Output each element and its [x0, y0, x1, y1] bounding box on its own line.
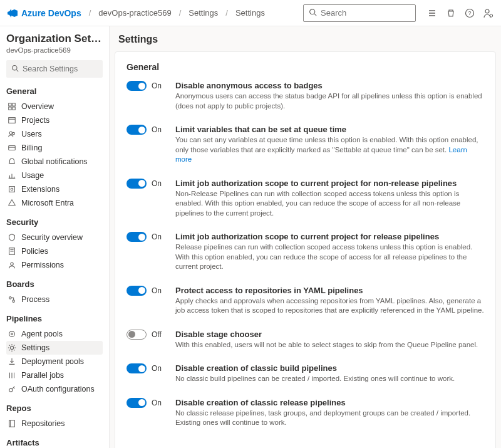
toggle-state-label: Off — [152, 330, 162, 339]
svg-line-7 — [16, 70, 18, 71]
policies-icon — [8, 247, 16, 256]
toggle-switch[interactable] — [127, 330, 147, 340]
breadcrumb-sep: / — [223, 8, 230, 18]
setting-description: You can set any variables at queue time … — [175, 135, 484, 165]
projects-icon — [8, 116, 16, 125]
svg-point-23 — [11, 263, 13, 265]
parallel-icon — [8, 371, 16, 380]
help-icon[interactable]: ? — [465, 8, 475, 18]
sidebar-heading: Repos — [6, 404, 103, 413]
setting-row: OnDisable creation of classic release pi… — [127, 398, 484, 428]
toggle-switch[interactable] — [127, 232, 147, 242]
svg-point-15 — [13, 132, 15, 135]
toggle-state-label: On — [152, 179, 162, 188]
sidebar-heading: Security — [6, 217, 103, 227]
sidebar-item-label: Agent pools — [21, 330, 63, 338]
setting-row: OnProtect access to repositories in YAML… — [127, 286, 484, 316]
billing-icon — [8, 143, 16, 152]
svg-point-26 — [9, 331, 15, 337]
sidebar-item-users[interactable]: Users — [6, 127, 103, 141]
toggle-state-label: On — [152, 125, 162, 134]
gear-icon — [8, 343, 16, 352]
sidebar-item-security-overview[interactable]: Security overview — [6, 231, 103, 244]
settings-search[interactable] — [6, 60, 103, 78]
toggle-switch[interactable] — [127, 125, 147, 135]
svg-line-1 — [314, 13, 316, 15]
sidebar-item-projects[interactable]: Projects — [6, 113, 103, 127]
toggle-switch[interactable] — [127, 363, 147, 373]
sidebar-item-microsoft-entra[interactable]: Microsoft Entra — [6, 196, 103, 210]
deployment-icon — [8, 357, 16, 366]
entra-icon — [8, 199, 16, 207]
main-content: Settings GeneralOnDisable anonymous acce… — [110, 26, 501, 448]
users-icon — [8, 130, 16, 138]
sidebar-item-label: Microsoft Entra — [21, 199, 74, 207]
svg-text:?: ? — [468, 10, 471, 16]
sidebar-item-overview[interactable]: Overview — [6, 100, 103, 113]
svg-point-19 — [11, 188, 13, 190]
setting-description: Release pipelines can run with collectio… — [175, 242, 484, 272]
toggle-switch[interactable] — [127, 179, 147, 189]
sidebar-item-permissions[interactable]: Permissions — [6, 258, 103, 272]
breadcrumb-area[interactable]: Settings — [189, 8, 218, 18]
setting-title: Limit variables that can be set at queue… — [175, 125, 484, 134]
sidebar-heading: Pipelines — [6, 314, 103, 323]
setting-row: OnDisable anonymous access to badgesAnon… — [127, 81, 484, 111]
setting-row: OnLimit variables that can be set at que… — [127, 125, 484, 165]
svg-point-5 — [490, 14, 492, 16]
sidebar: Organization Settin… devOps-practice569 … — [0, 26, 110, 448]
sidebar-item-usage[interactable]: Usage — [6, 169, 103, 182]
user-settings-icon[interactable] — [483, 8, 493, 18]
extensions-icon — [8, 185, 16, 194]
svg-rect-12 — [9, 118, 16, 123]
svg-point-28 — [10, 346, 13, 349]
svg-point-0 — [310, 9, 315, 14]
svg-rect-18 — [9, 187, 15, 192]
toggle-switch[interactable] — [127, 398, 147, 408]
sidebar-item-global-notifications[interactable]: Global notifications — [6, 155, 103, 169]
sidebar-item-settings[interactable]: Settings — [6, 341, 103, 355]
sidebar-item-label: Security overview — [21, 233, 83, 242]
sidebar-item-label: Repositories — [21, 419, 65, 428]
settings-search-input[interactable] — [23, 65, 98, 73]
setting-row: OffDisable stage chooserWith this enable… — [127, 330, 484, 350]
sidebar-item-extensions[interactable]: Extensions — [6, 182, 103, 196]
sidebar-item-label: Settings — [21, 343, 49, 352]
sidebar-item-oauth-configurations[interactable]: OAuth configurations — [6, 382, 103, 396]
org-settings-title: Organization Settin… — [6, 33, 103, 45]
sidebar-item-deployment-pools[interactable]: Deployment pools — [6, 355, 103, 368]
sidebar-item-policies[interactable]: Policies — [6, 244, 103, 258]
toggle-switch[interactable] — [127, 286, 147, 296]
sidebar-item-label: Policies — [21, 247, 48, 256]
toggle-state-label: On — [152, 81, 162, 90]
list-icon[interactable] — [427, 8, 437, 18]
svg-rect-9 — [13, 103, 15, 106]
sidebar-item-parallel-jobs[interactable]: Parallel jobs — [6, 368, 103, 382]
sidebar-item-agent-pools[interactable]: Agent pools — [6, 327, 103, 341]
sidebar-item-label: Users — [21, 130, 42, 138]
svg-rect-16 — [9, 146, 16, 150]
search-icon — [309, 8, 317, 18]
toggle-switch[interactable] — [127, 81, 147, 91]
top-icon-row: ? — [427, 8, 493, 18]
sidebar-item-process[interactable]: Process — [6, 293, 103, 306]
breadcrumb-org[interactable]: devOps-practice569 — [98, 8, 171, 18]
top-bar: Azure DevOps / devOps-practice569 / Sett… — [0, 0, 501, 26]
sidebar-item-repositories[interactable]: Repositories — [6, 417, 103, 430]
global-search[interactable] — [303, 4, 416, 22]
global-search-input[interactable] — [321, 8, 410, 18]
sidebar-heading: Artifacts — [6, 438, 103, 447]
setting-description: Anonymous users can access the status ba… — [175, 91, 484, 111]
learn-more-link[interactable]: Learn more — [175, 146, 467, 164]
svg-rect-11 — [13, 107, 15, 110]
breadcrumb-page[interactable]: Settings — [235, 8, 265, 18]
setting-description: No classic build pipelines can be create… — [175, 374, 484, 384]
sidebar-item-billing[interactable]: Billing — [6, 141, 103, 155]
toggle-state-label: On — [152, 232, 162, 241]
product-logo[interactable]: Azure DevOps — [8, 8, 81, 18]
repo-icon — [8, 419, 16, 428]
marketplace-icon[interactable] — [446, 8, 456, 18]
agent-icon — [8, 330, 16, 338]
sidebar-heading: General — [6, 86, 103, 96]
sidebar-item-label: Usage — [21, 171, 44, 180]
